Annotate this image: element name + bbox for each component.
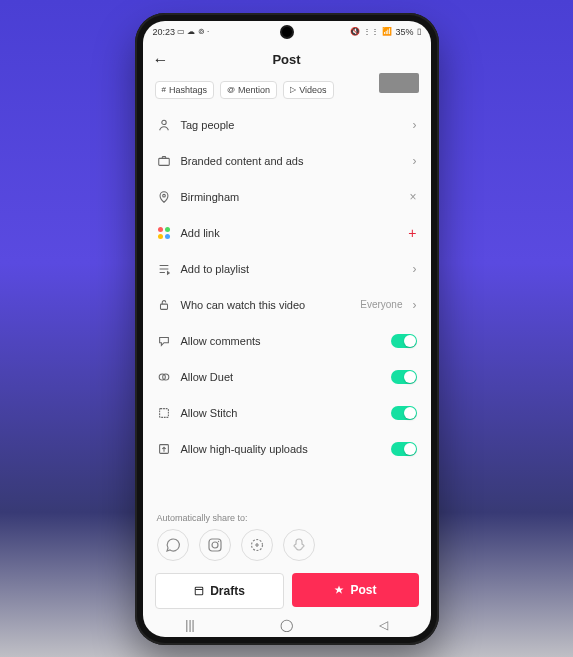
add-link-row[interactable]: Add link + — [143, 215, 431, 251]
nav-recents-icon[interactable]: ||| — [185, 618, 194, 632]
allow-hq-row: Allow high-quality uploads — [143, 431, 431, 467]
share-row — [143, 525, 431, 569]
play-icon: ▷ — [290, 85, 296, 94]
status-battery-icon: ▯ — [417, 27, 421, 36]
share-label: Automatically share to: — [143, 509, 431, 525]
header: ← Post — [143, 43, 431, 77]
whatsapp-icon[interactable] — [157, 529, 189, 561]
stitch-icon — [157, 406, 171, 420]
at-icon: @ — [227, 85, 235, 94]
upload-icon — [157, 442, 171, 456]
link-dots-icon — [157, 226, 171, 240]
svg-rect-8 — [209, 539, 221, 551]
privacy-row[interactable]: Who can watch this video Everyone › — [143, 287, 431, 323]
svg-rect-12 — [195, 587, 203, 595]
android-navbar: ||| ◯ ◁ — [143, 613, 431, 637]
chevron-right-icon: › — [413, 118, 417, 132]
chevron-right-icon: › — [413, 262, 417, 276]
video-thumbnail[interactable] — [379, 73, 419, 93]
status-mute-icon: 🔇 — [350, 27, 360, 36]
hq-toggle[interactable] — [391, 442, 417, 456]
privacy-value: Everyone — [360, 299, 402, 310]
person-icon — [157, 118, 171, 132]
stories-icon[interactable] — [241, 529, 273, 561]
camera-hole — [282, 27, 292, 37]
briefcase-icon — [157, 154, 171, 168]
post-button[interactable]: Post — [292, 573, 419, 607]
nav-back-icon[interactable]: ◁ — [379, 618, 388, 632]
svg-rect-1 — [158, 158, 169, 165]
location-row[interactable]: Birmingham × — [143, 179, 431, 215]
phone-frame: 20:23 ▭ ☁ ⊚ · 🔇 ⋮⋮ 📶 35% ▯ ← Post # Hash… — [135, 13, 439, 645]
mention-chip[interactable]: @ Mention — [220, 81, 277, 99]
chip-label: Videos — [299, 85, 326, 95]
allow-stitch-row: Allow Stitch — [143, 395, 431, 431]
allow-duet-row: Allow Duet — [143, 359, 431, 395]
svg-point-2 — [162, 194, 165, 197]
svg-rect-6 — [159, 408, 168, 417]
allow-comments-row: Allow comments — [143, 323, 431, 359]
row-label: Allow Duet — [181, 371, 381, 383]
row-label: Tag people — [181, 119, 403, 131]
videos-chip[interactable]: ▷ Videos — [283, 81, 333, 99]
instagram-icon[interactable] — [199, 529, 231, 561]
tag-people-row[interactable]: Tag people › — [143, 107, 431, 143]
stitch-toggle[interactable] — [391, 406, 417, 420]
status-net-icon: ⋮⋮ — [363, 27, 379, 36]
svg-point-0 — [161, 120, 165, 124]
chip-label: Hashtags — [169, 85, 207, 95]
comments-toggle[interactable] — [391, 334, 417, 348]
post-label: Post — [350, 583, 376, 597]
chevron-right-icon: › — [413, 154, 417, 168]
row-label: Allow comments — [181, 335, 381, 347]
location-icon — [157, 190, 171, 204]
row-label: Add link — [181, 227, 399, 239]
add-playlist-row[interactable]: Add to playlist › — [143, 251, 431, 287]
hash-icon: # — [162, 85, 166, 94]
close-icon[interactable]: × — [409, 190, 416, 204]
status-signal-icon: 📶 — [382, 27, 392, 36]
drafts-button[interactable]: Drafts — [155, 573, 284, 609]
page-title: Post — [272, 52, 300, 67]
branded-content-row[interactable]: Branded content and ads › — [143, 143, 431, 179]
duet-icon — [157, 370, 171, 384]
row-label: Allow Stitch — [181, 407, 381, 419]
nav-home-icon[interactable]: ◯ — [280, 618, 293, 632]
options-list: Tag people › Branded content and ads › B… — [143, 107, 431, 509]
chip-label: Mention — [238, 85, 270, 95]
row-label: Allow high-quality uploads — [181, 443, 381, 455]
screen: 20:23 ▭ ☁ ⊚ · 🔇 ⋮⋮ 📶 35% ▯ ← Post # Hash… — [143, 21, 431, 637]
drafts-label: Drafts — [210, 584, 245, 598]
svg-rect-3 — [160, 304, 167, 309]
lock-open-icon — [157, 298, 171, 312]
snapchat-icon[interactable] — [283, 529, 315, 561]
status-battery-text: 35% — [395, 27, 413, 37]
row-label: Birmingham — [181, 191, 400, 203]
comment-icon — [157, 334, 171, 348]
row-label: Add to playlist — [181, 263, 403, 275]
row-label: Who can watch this video — [181, 299, 351, 311]
playlist-icon — [157, 262, 171, 276]
chevron-right-icon: › — [413, 298, 417, 312]
svg-point-10 — [217, 540, 218, 541]
status-notif-icon: ▭ ☁ ⊚ · — [175, 27, 209, 36]
action-buttons: Drafts Post — [143, 569, 431, 613]
hashtags-chip[interactable]: # Hashtags — [155, 81, 214, 99]
row-label: Branded content and ads — [181, 155, 403, 167]
plus-icon: + — [408, 225, 416, 241]
duet-toggle[interactable] — [391, 370, 417, 384]
status-time: 20:23 — [153, 27, 176, 37]
svg-point-9 — [212, 542, 218, 548]
back-icon[interactable]: ← — [153, 51, 169, 69]
